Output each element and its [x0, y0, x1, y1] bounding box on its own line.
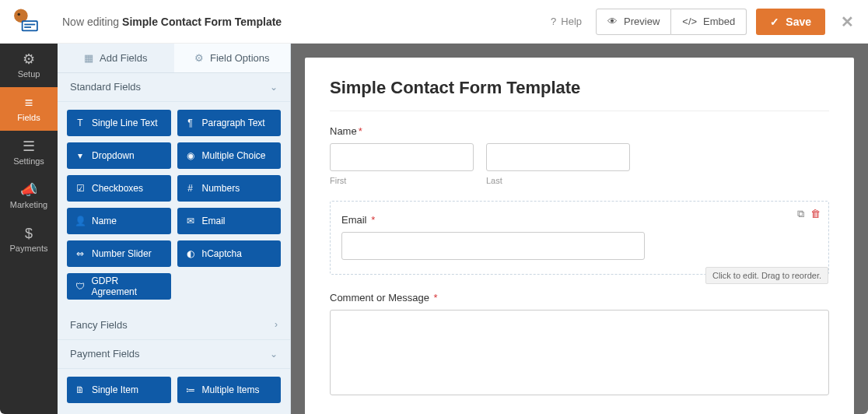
captcha-icon: ◐	[185, 248, 196, 259]
check-icon: ✓	[770, 16, 779, 28]
last-name-input[interactable]	[486, 143, 630, 171]
paragraph-icon: ¶	[185, 118, 196, 128]
editing-label: Now editing Simple Contact Form Template	[62, 16, 282, 28]
form-field-email[interactable]: ⧉ 🗑 Email * Click to edit. Drag to reord…	[330, 201, 829, 275]
duplicate-field-button[interactable]: ⧉	[797, 208, 804, 220]
sliders-icon: ☰	[23, 139, 35, 153]
check-icon: ☑	[75, 183, 86, 194]
embed-button[interactable]: </> Embed	[671, 9, 747, 35]
payment-fields-grid: 🗎Single Item ≔Multiple Items	[58, 369, 290, 414]
nav-setup[interactable]: ⚙ Setup	[0, 44, 58, 87]
dollar-icon: $	[25, 226, 33, 240]
form-field-name[interactable]: Name* First Last	[330, 125, 829, 185]
svg-point-1	[18, 12, 21, 16]
section-fancy-fields[interactable]: Fancy Fields ›	[58, 310, 290, 340]
fields-icon: ≡	[25, 96, 33, 110]
code-icon: </>	[682, 16, 697, 27]
field-gdpr-agreement[interactable]: 🛡GDPR Agreement	[67, 273, 171, 300]
app-logo	[9, 5, 42, 38]
dropdown-icon: ▾	[75, 150, 86, 161]
nav-settings[interactable]: ☰ Settings	[0, 131, 58, 174]
field-email[interactable]: ✉Email	[177, 208, 282, 234]
field-paragraph-text[interactable]: ¶Paragraph Text	[177, 110, 282, 136]
field-number-slider[interactable]: ⇔Number Slider	[67, 240, 171, 267]
save-button[interactable]: ✓ Save	[756, 9, 825, 35]
text-icon: T	[75, 118, 86, 128]
slider-icon: ⇔	[75, 248, 86, 259]
nav-marketing[interactable]: 📣 Marketing	[0, 174, 58, 218]
tab-add-fields[interactable]: ▦ Add Fields	[58, 44, 174, 72]
nav-fields[interactable]: ≡ Fields	[0, 87, 58, 131]
eye-icon: 👁	[607, 16, 618, 27]
fields-panel: ▦ Add Fields ⚙ Field Options Standard Fi…	[58, 44, 291, 414]
comment-textarea[interactable]	[330, 310, 829, 395]
field-numbers[interactable]: #Numbers	[177, 175, 282, 202]
grid-icon: ▦	[84, 52, 93, 64]
field-multiple-items[interactable]: ≔Multiple Items	[177, 377, 282, 403]
edit-hint-tooltip: Click to edit. Drag to reorder.	[705, 267, 828, 284]
shield-icon: 🛡	[75, 281, 85, 292]
field-single-line-text[interactable]: TSingle Line Text	[67, 110, 171, 136]
chevron-down-icon: ⌄	[270, 82, 278, 93]
user-icon: 👤	[75, 216, 86, 226]
help-link[interactable]: ? Help	[551, 16, 582, 27]
field-hcaptcha[interactable]: ◐hCaptcha	[177, 240, 282, 267]
file-icon: 🗎	[75, 384, 86, 395]
svg-rect-3	[23, 22, 37, 30]
field-dropdown[interactable]: ▾Dropdown	[67, 142, 171, 169]
required-asterisk: *	[359, 125, 362, 137]
tab-field-options[interactable]: ⚙ Field Options	[174, 44, 291, 72]
required-asterisk: *	[434, 292, 438, 303]
required-asterisk: *	[371, 214, 375, 226]
gear-icon: ⚙	[23, 52, 35, 66]
delete-field-button[interactable]: 🗑	[810, 208, 821, 220]
preview-button[interactable]: 👁 Preview	[596, 9, 671, 35]
options-icon: ⚙	[194, 52, 204, 64]
email-label: Email	[341, 214, 367, 226]
first-name-input[interactable]	[330, 143, 474, 171]
close-button[interactable]: ✕	[841, 12, 854, 31]
megaphone-icon: 📣	[20, 183, 37, 197]
form-canvas[interactable]: Simple Contact Form Template Name* First…	[305, 58, 854, 414]
email-input[interactable]	[341, 232, 645, 260]
name-label: Name	[330, 125, 357, 137]
svg-rect-5	[24, 26, 31, 28]
left-nav: ⚙ Setup ≡ Fields ☰ Settings 📣 Marketing …	[0, 44, 58, 414]
section-standard-fields[interactable]: Standard Fields ⌄	[58, 73, 290, 103]
form-title: Simple Contact Form Template	[330, 78, 829, 111]
chevron-right-icon: ›	[275, 319, 278, 330]
first-name-sublabel: First	[330, 176, 474, 185]
standard-fields-grid: TSingle Line Text ¶Paragraph Text ▾Dropd…	[58, 102, 290, 310]
comment-label: Comment or Message	[330, 292, 429, 303]
svg-rect-4	[24, 23, 35, 25]
field-checkboxes[interactable]: ☑Checkboxes	[67, 175, 171, 202]
mail-icon: ✉	[185, 216, 196, 226]
section-payment-fields[interactable]: Payment Fields ⌄	[58, 340, 290, 370]
form-field-comment[interactable]: Comment or Message *	[330, 292, 829, 395]
nav-payments[interactable]: $ Payments	[0, 218, 58, 261]
list-icon: ≔	[185, 384, 196, 395]
help-icon: ?	[551, 16, 556, 27]
hash-icon: #	[185, 183, 196, 194]
chevron-down-icon: ⌄	[270, 349, 278, 360]
field-name[interactable]: 👤Name	[67, 208, 171, 234]
field-single-item[interactable]: 🗎Single Item	[67, 377, 171, 403]
last-name-sublabel: Last	[486, 176, 630, 185]
field-multiple-choice[interactable]: ◉Multiple Choice	[177, 142, 282, 169]
radio-icon: ◉	[185, 150, 196, 161]
